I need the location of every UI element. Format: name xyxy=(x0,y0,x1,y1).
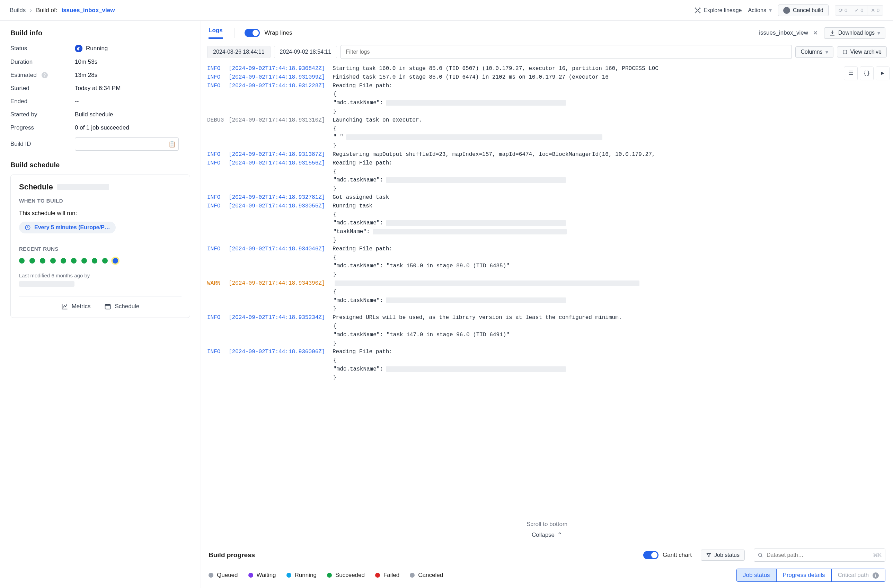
chevron-down-icon: ▾ xyxy=(825,49,828,56)
progress-value: 0 of 1 job succeeded xyxy=(75,124,129,131)
columns-dropdown[interactable]: Columns▾ xyxy=(795,46,833,58)
log-body-line: "mdc.taskName": xyxy=(207,296,887,305)
run-dot-current[interactable] xyxy=(113,258,118,264)
ended-value: -- xyxy=(75,98,79,105)
log-level: INFO xyxy=(207,73,225,82)
refresh-counter[interactable]: ⟳0 xyxy=(835,6,851,15)
x-counter[interactable]: ✕0 xyxy=(867,6,883,15)
explore-lineage-button[interactable]: Explore lineage xyxy=(695,7,742,14)
run-dot[interactable] xyxy=(81,258,87,264)
time-range-end[interactable]: 2024-09-02 18:54:11 xyxy=(274,46,337,58)
json-icon[interactable]: {} xyxy=(860,66,873,80)
log-body-line: { xyxy=(207,322,887,331)
run-dot[interactable] xyxy=(92,258,97,264)
run-dot[interactable] xyxy=(29,258,35,264)
breadcrumb-target[interactable]: issues_inbox_view xyxy=(61,7,115,14)
log-message xyxy=(332,279,639,288)
dataset-search[interactable]: ⌘K xyxy=(754,549,885,562)
log-body-line: { xyxy=(207,90,887,99)
refresh-icon: ⟳ xyxy=(839,7,843,14)
run-dot[interactable] xyxy=(71,258,77,264)
log-level: INFO xyxy=(207,159,225,168)
seg-job-status[interactable]: Job status xyxy=(737,569,776,581)
log-timestamp: [2024-09-02T17:44:18.931556Z] xyxy=(229,159,329,168)
info-icon[interactable]: i xyxy=(873,572,879,579)
log-level: INFO xyxy=(207,314,225,322)
run-dot[interactable] xyxy=(102,258,108,264)
seg-progress-details[interactable]: Progress details xyxy=(776,569,831,581)
log-timestamp: [2024-09-02T17:44:18.934390Z] xyxy=(229,279,329,288)
run-dot[interactable] xyxy=(40,258,45,264)
view-archive-button[interactable]: View archive xyxy=(837,46,887,57)
current-file-name: issues_inbox_view xyxy=(759,29,808,36)
svg-point-1 xyxy=(695,8,696,9)
log-body-line: " " xyxy=(207,133,887,142)
copy-icon[interactable]: 📋 xyxy=(168,141,176,148)
svg-point-4 xyxy=(699,12,701,13)
log-level: INFO xyxy=(207,245,225,254)
chart-icon xyxy=(61,303,68,310)
schedule-chip[interactable]: Every 5 minutes (Europe/P… xyxy=(19,222,116,233)
chevron-down-icon: ▾ xyxy=(769,7,772,14)
run-dot[interactable] xyxy=(19,258,25,264)
schedule-link[interactable]: Schedule xyxy=(104,303,139,310)
run-dot[interactable] xyxy=(61,258,66,264)
legend-queued: Queued xyxy=(209,572,238,579)
x-icon: ✕ xyxy=(871,7,875,14)
filter-icon xyxy=(706,552,711,558)
log-timestamp: [2024-09-02T17:44:18.934046Z] xyxy=(229,245,329,254)
recent-runs-label: RECENT RUNS xyxy=(19,246,182,252)
wrap-icon[interactable]: ☰ xyxy=(844,66,858,80)
build-info-title: Build info xyxy=(11,29,190,37)
kbd-hint: ⌘K xyxy=(873,552,882,558)
job-status-filter-button[interactable]: Job status xyxy=(701,549,745,561)
legend-running: Running xyxy=(286,572,317,579)
logs-view[interactable]: ☰ {} ▶ INFO[2024-09-02T17:44:18.930842Z]… xyxy=(201,63,893,519)
cancel-build-button[interactable]: – Cancel build xyxy=(778,4,828,16)
time-range-start[interactable]: 2024-08-26 18:44:11 xyxy=(207,46,271,58)
log-body-line: "mdc.taskName": "task 147.0 in stage 96.… xyxy=(207,331,887,339)
run-dot[interactable] xyxy=(50,258,56,264)
tab-logs[interactable]: Logs xyxy=(209,27,223,39)
archive-icon xyxy=(842,49,848,55)
download-logs-button[interactable]: Download logs ▾ xyxy=(824,27,885,39)
log-body-line: "taskName": xyxy=(207,228,887,236)
recent-runs-dots xyxy=(19,258,182,264)
collapse-button[interactable]: Collapse⌃ xyxy=(201,530,893,542)
log-level: DEBUG xyxy=(207,116,225,124)
breadcrumb-builds[interactable]: Builds xyxy=(10,7,26,14)
filter-logs-input[interactable] xyxy=(341,45,792,59)
seg-critical-path: Critical path i xyxy=(831,569,885,581)
metrics-link[interactable]: Metrics xyxy=(61,303,91,310)
svg-rect-7 xyxy=(843,50,846,54)
log-level: WARN xyxy=(207,279,225,288)
build-id-input[interactable]: 📋 xyxy=(75,138,179,151)
log-timestamp: [2024-09-02T17:44:18.935234Z] xyxy=(229,314,329,322)
scroll-to-bottom[interactable]: Scroll to bottom xyxy=(201,519,893,530)
lineage-icon xyxy=(695,7,701,14)
running-icon: ◐ xyxy=(75,45,83,52)
gantt-toggle[interactable] xyxy=(643,551,658,559)
duration-value: 10m 53s xyxy=(75,58,97,66)
log-body-line: "mdc.taskName": "task 150.0 in stage 89.… xyxy=(207,262,887,270)
log-level: INFO xyxy=(207,64,225,73)
log-line: INFO[2024-09-02T17:44:18.936006Z]Reading… xyxy=(207,348,887,356)
log-body-line: { xyxy=(207,124,887,134)
calendar-icon xyxy=(104,303,111,310)
close-file-icon[interactable]: ✕ xyxy=(812,29,819,37)
play-icon[interactable]: ▶ xyxy=(876,66,890,80)
log-timestamp: [2024-09-02T17:44:18.931310Z] xyxy=(229,116,329,124)
log-message: Reading File path: xyxy=(332,159,392,168)
help-icon[interactable]: ? xyxy=(42,72,48,78)
log-body-line: } xyxy=(207,142,887,150)
actions-dropdown[interactable]: Actions ▾ xyxy=(748,7,771,14)
svg-point-2 xyxy=(699,8,701,9)
log-line: WARN[2024-09-02T17:44:18.934390Z] xyxy=(207,279,887,288)
svg-point-3 xyxy=(695,12,696,13)
started-value: Today at 6:34 PM xyxy=(75,85,120,92)
log-line: INFO[2024-09-02T17:44:18.934046Z]Reading… xyxy=(207,245,887,254)
log-line: INFO[2024-09-02T17:44:18.930842Z]Startin… xyxy=(207,64,887,73)
wrap-lines-toggle[interactable] xyxy=(245,29,260,37)
log-message: Registering mapOutput shuffleId=23, mapI… xyxy=(332,150,655,159)
check-counter[interactable]: ✓0 xyxy=(851,6,867,15)
